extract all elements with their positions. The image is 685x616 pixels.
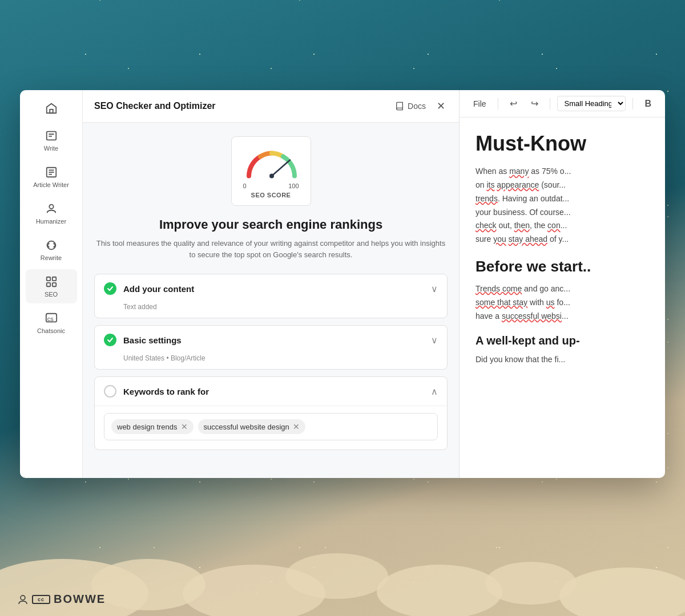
keyword-text-1: web design trends [117, 423, 178, 431]
gauge-svg [243, 146, 300, 180]
person-icon [17, 594, 29, 605]
panel-description: This tool measures the quality and relev… [94, 238, 448, 260]
sidebar: Write Article Writer Humanizer [20, 90, 83, 478]
add-content-check [104, 282, 116, 295]
app-container: Write Article Writer Humanizer [20, 90, 665, 478]
seo-score-container: 0 100 SEO SCORE [94, 136, 448, 206]
panel-header-right: Docs ✕ [395, 99, 448, 113]
file-button[interactable]: File [469, 97, 491, 111]
sidebar-item-rewrite[interactable]: Rewrite [26, 233, 77, 267]
svg-rect-10 [46, 277, 50, 281]
rewrite-icon [45, 238, 58, 252]
accordion-keywords-header[interactable]: Keywords to rank for ∧ [95, 377, 447, 406]
keyword-close-2[interactable]: ✕ [293, 423, 300, 431]
panel-title: SEO Checker and Optimizer [94, 101, 216, 111]
keyword-close-1[interactable]: ✕ [181, 423, 188, 431]
word-its: its [486, 180, 494, 189]
keywords-check [104, 385, 116, 398]
word-some: some that stay [476, 298, 527, 307]
add-content-chevron: ∨ [431, 283, 438, 294]
sidebar-label-humanizer: Humanizer [36, 218, 66, 225]
sidebar-item-seo[interactable]: SEO [26, 269, 77, 303]
svg-text:cs: cs [47, 315, 54, 322]
accordion-add-content-header[interactable]: Add your content ∨ [95, 274, 447, 303]
sidebar-item-article-writer[interactable]: Article Writer [26, 160, 77, 194]
sidebar-item-home[interactable] [26, 96, 77, 121]
check-icon [107, 285, 114, 292]
panel-header: SEO Checker and Optimizer Docs ✕ [83, 90, 459, 123]
humanizer-icon [45, 202, 58, 216]
write-icon [45, 129, 58, 143]
heading-select[interactable]: Small Heading Heading 1 Heading 2 Headin… [557, 96, 626, 111]
word-check: check [476, 221, 497, 230]
sidebar-item-humanizer[interactable]: Humanizer [26, 196, 77, 230]
svg-point-9 [49, 205, 53, 209]
cc-icon: cc [32, 595, 50, 604]
gauge-min: 0 [243, 183, 247, 189]
seo-score-label: SEO SCORE [243, 192, 299, 198]
svg-point-17 [269, 174, 274, 179]
chat-icon: cs [45, 311, 58, 325]
editor-h2-before: Before we start.. [476, 258, 649, 275]
accordion-basic-settings: Basic settings ∨ United States • Blog/Ar… [94, 325, 448, 370]
svg-line-16 [272, 160, 290, 176]
add-content-title: Add your content [123, 284, 431, 294]
basic-settings-check [104, 334, 116, 346]
redo-button[interactable]: ↪ [526, 96, 543, 111]
sidebar-label-rewrite: Rewrite [41, 254, 62, 261]
word-trends: trends [476, 194, 498, 203]
keyword-tag-1: web design trends ✕ [111, 419, 194, 434]
keywords-title: Keywords to rank for [123, 387, 431, 396]
editor-h1: Must-Know [476, 131, 649, 156]
editor-h3-wellkept: A well-kept and up- [476, 334, 649, 347]
word-then: then [514, 221, 530, 230]
editor-panel: File ↩ ↪ Small Heading Heading 1 Heading… [460, 90, 665, 478]
docs-button[interactable]: Docs [395, 102, 426, 111]
close-button[interactable]: ✕ [434, 99, 448, 113]
undo-button[interactable]: ↩ [505, 96, 522, 111]
word-con: con [547, 221, 561, 230]
editor-toolbar: File ↩ ↪ Small Heading Heading 1 Heading… [460, 90, 665, 117]
word-when: When [476, 167, 497, 176]
bowwe-text: BOWWE [54, 593, 106, 606]
sidebar-label-write: Write [44, 145, 58, 152]
bowwe-logo: cc BOWWE [17, 593, 106, 606]
sidebar-item-chatsonic[interactable]: cs Chatsonic [26, 306, 77, 340]
word-successful: successful websi [502, 311, 562, 321]
gauge-max: 100 [288, 183, 299, 189]
home-icon [45, 102, 58, 115]
seo-score-card: 0 100 SEO SCORE [231, 136, 311, 206]
editor-para-2: Trends come and go anc... some that stay… [476, 282, 649, 323]
accordion-add-content: Add your content ∨ Text added [94, 274, 448, 318]
keywords-chevron: ∧ [431, 386, 438, 397]
bold-button[interactable]: B [640, 96, 656, 111]
svg-rect-11 [52, 277, 55, 281]
add-content-subtitle: Text added [95, 303, 447, 318]
word-us: us [546, 298, 555, 307]
svg-rect-13 [52, 283, 55, 286]
sidebar-label-chatsonic: Chatsonic [37, 327, 65, 334]
editor-para-1: When as many as 75% o... on its appearan… [476, 165, 649, 246]
basic-settings-subtitle: United States • Blog/Article [95, 354, 447, 369]
editor-content: Must-Know When as many as 75% o... on it… [460, 117, 665, 478]
sidebar-item-write[interactable]: Write [26, 123, 77, 157]
keywords-input-area[interactable]: web design trends ✕ successful website d… [104, 413, 438, 440]
gauge-labels: 0 100 [243, 183, 299, 189]
keyword-text-2: successful website design [204, 423, 289, 431]
check-icon-2 [107, 337, 114, 343]
sidebar-label-seo: SEO [45, 291, 58, 298]
seo-icon [45, 275, 58, 289]
svg-rect-1 [50, 110, 53, 113]
docs-label: Docs [408, 102, 426, 111]
word-trends2: Trends come [476, 284, 522, 293]
accordion-basic-settings-header[interactable]: Basic settings ∨ [95, 326, 447, 354]
keywords-body: web design trends ✕ successful website d… [95, 406, 447, 449]
toolbar-sep-3 [632, 98, 633, 110]
word-stay: stay ahead [509, 234, 548, 244]
book-icon [395, 102, 404, 111]
panel-main-title: Improve your search engine rankings [94, 217, 448, 232]
word-many: many [509, 167, 529, 176]
panel-body: 0 100 SEO SCORE Improve your search engi… [83, 123, 459, 478]
svg-rect-12 [46, 283, 50, 286]
article-icon [45, 165, 58, 179]
